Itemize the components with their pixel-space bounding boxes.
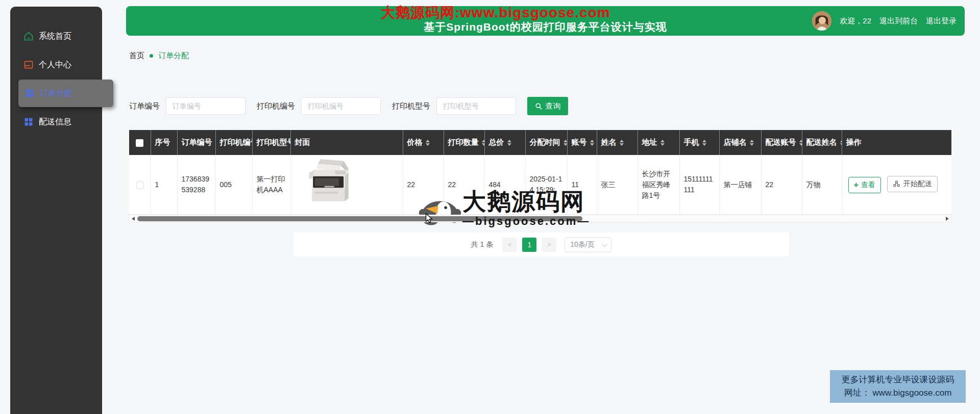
watermark-subtitle: —bigsgoose.com— [462, 215, 590, 228]
current-page-button[interactable]: 1 [522, 238, 536, 252]
sort-caret-icon[interactable] [660, 140, 665, 146]
select-all-header [129, 130, 151, 155]
col-index: 序号 [151, 130, 177, 155]
search-bar: 订单编号 打印机编号 打印机型号 查询 [129, 97, 568, 115]
start-delivery-button[interactable]: 开始配送 [887, 176, 938, 192]
row-select-cell [129, 155, 151, 215]
col-total-price[interactable]: 总价 [484, 130, 525, 155]
printer-model-label: 打印机型号 [392, 101, 430, 111]
corner-ad-box: 更多计算机专业毕设课设源码 网址： www.bigsgoose.com [830, 370, 966, 403]
view-button[interactable]: +查看 [848, 177, 881, 193]
col-cover: 封面 [290, 130, 403, 155]
watermark-top-red: 大鹅源码网:www.bigsgoose.com [381, 3, 610, 22]
col-printer-model[interactable]: 打印机型号 [252, 130, 290, 155]
sort-caret-icon[interactable] [590, 140, 594, 146]
delivery-nodes-icon [893, 180, 900, 188]
page-size-select[interactable]: 10条/页 [565, 237, 611, 252]
app-window: 系统首页 个人中心 订单分配 配送信息 基 [0, 0, 980, 414]
sidebar-item-order-assign[interactable]: 订单分配 [18, 80, 113, 107]
col-name[interactable]: 姓名 [597, 130, 638, 155]
next-page-button[interactable]: > [542, 238, 556, 252]
sort-caret-icon[interactable] [702, 140, 706, 146]
sort-caret-icon[interactable] [482, 140, 485, 146]
printer-no-input[interactable] [301, 97, 381, 115]
col-assign-time[interactable]: 分配时间 [525, 130, 567, 155]
col-delivery-account[interactable]: 配送账号 [761, 130, 802, 155]
breadcrumb-home[interactable]: 首页 [129, 51, 144, 61]
sidebar-item-label: 系统首页 [39, 31, 71, 42]
col-print-count[interactable]: 打印数量 [444, 130, 484, 155]
cell-delivery-account: 22 [761, 155, 802, 215]
sort-caret-icon[interactable] [840, 140, 842, 146]
col-printer-no[interactable]: 打印机编号 [215, 130, 252, 155]
cell-printer-model: 第一打印机AAAA [252, 155, 290, 215]
cell-phone: 15111111111 [679, 155, 719, 215]
sort-caret-icon[interactable] [799, 140, 802, 146]
avatar[interactable] [812, 11, 831, 31]
select-all-checkbox[interactable] [136, 139, 143, 147]
order-no-label: 订单编号 [129, 101, 160, 111]
home-icon [23, 31, 34, 41]
plus-icon: + [854, 181, 859, 189]
scroll-right-icon[interactable] [946, 217, 949, 221]
order-no-input[interactable] [166, 97, 246, 115]
col-price[interactable]: 价格 [403, 130, 444, 155]
sidebar-menu: 系统首页 个人中心 订单分配 配送信息 [10, 7, 102, 136]
sidebar-item-label: 配送信息 [39, 117, 71, 127]
query-button[interactable]: 查询 [527, 97, 568, 115]
row-checkbox[interactable] [136, 182, 143, 189]
sort-caret-icon[interactable] [620, 140, 624, 146]
logout-to-front-link[interactable]: 退出到前台 [879, 16, 918, 26]
grid-icon [23, 117, 34, 127]
scroll-left-icon[interactable] [132, 217, 135, 221]
cell-actions: +查看 开始配送 [842, 155, 951, 215]
col-order-no[interactable]: 订单编号 [177, 130, 215, 155]
cell-delivery-name: 万物 [802, 155, 842, 215]
logout-link[interactable]: 退出登录 [926, 16, 957, 26]
chevron-down-icon [602, 241, 607, 246]
sort-caret-icon[interactable] [564, 140, 568, 146]
corner-ad-line2: 网址： www.bigsgoose.com [844, 386, 952, 400]
sidebar: 系统首页 个人中心 订单分配 配送信息 [10, 7, 102, 414]
total-count: 共 1 条 [471, 240, 494, 249]
table-header-row: 序号 订单编号 打印机编号 打印机型号 封面 价格 打印数量 总价 分配时间 账… [129, 130, 951, 155]
breadcrumb-dot-icon [150, 54, 153, 58]
center-watermark: 大鹅源码网 —bigsgoose.com— [462, 190, 590, 228]
welcome-text: 欢迎，22 [840, 16, 871, 26]
cell-index: 1 [151, 155, 177, 215]
cell-address: 长沙市开福区秀峰路1号 [638, 155, 679, 215]
printer-model-input[interactable] [436, 97, 516, 115]
col-delivery-name[interactable]: 配送姓名 [802, 130, 842, 155]
sidebar-item-system-home[interactable]: 系统首页 [10, 22, 102, 50]
goose-logo [416, 187, 463, 230]
pagination-bar: 共 1 条 < 1 > 10条/页 [293, 232, 789, 256]
user-area: 欢迎，22 退出到前台 退出登录 [812, 6, 957, 36]
watermark-title: 大鹅源码网 [462, 190, 590, 213]
breadcrumb: 首页 订单分配 [129, 51, 189, 61]
sort-caret-icon[interactable] [507, 140, 511, 146]
cell-cover [290, 155, 403, 215]
search-icon [535, 102, 543, 110]
col-address[interactable]: 地址 [638, 130, 679, 155]
profile-icon [23, 60, 34, 70]
col-shop[interactable]: 店铺名 [719, 130, 761, 155]
sort-caret-icon[interactable] [426, 140, 430, 146]
sidebar-item-delivery-info[interactable]: 配送信息 [10, 108, 102, 136]
col-account[interactable]: 账号 [567, 130, 597, 155]
sidebar-item-profile[interactable]: 个人中心 [10, 50, 102, 79]
cell-shop: 第一店铺 [719, 155, 761, 215]
printer-no-label: 打印机编号 [257, 101, 295, 111]
cell-name: 张三 [597, 155, 638, 215]
sidebar-item-label: 个人中心 [39, 60, 71, 70]
sidebar-item-label: 订单分配 [40, 88, 72, 99]
mouse-cursor-icon [424, 213, 435, 224]
cell-printer-no: 005 [215, 155, 252, 215]
corner-ad-line1: 更多计算机专业毕设课设源码 [842, 373, 954, 386]
col-actions: 操作 [842, 130, 951, 155]
prev-page-button[interactable]: < [502, 238, 517, 252]
grid-icon [24, 88, 35, 98]
printer-photo [306, 158, 354, 208]
col-phone[interactable]: 手机 [679, 130, 719, 155]
breadcrumb-current: 订单分配 [158, 51, 189, 61]
sort-caret-icon[interactable] [750, 140, 754, 146]
